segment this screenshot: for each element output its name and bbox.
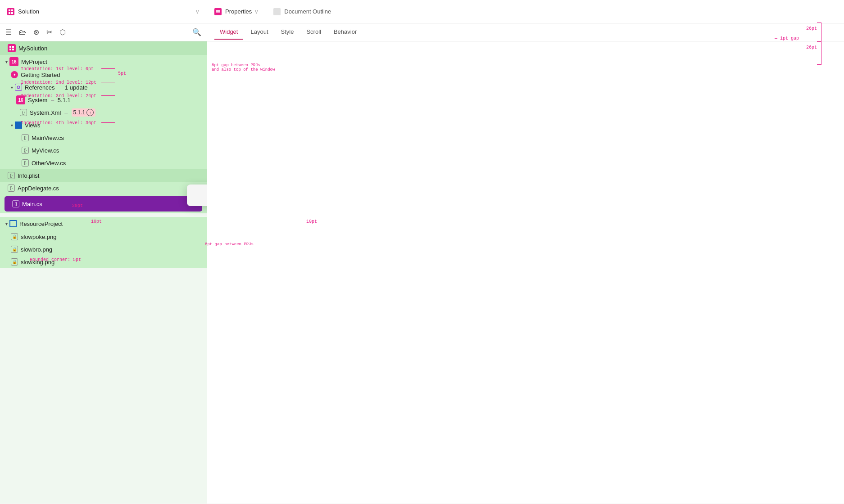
otherview-icon: {} [22,159,29,166]
version-highlight: 5.1.1 ↑ [72,108,96,117]
svg-rect-7 [9,46,11,48]
getting-started-item[interactable]: Getting Started [0,68,207,81]
package-icon[interactable]: ⬡ [59,28,66,36]
getting-started-icon [11,71,18,78]
project-label: MyProject [21,58,47,65]
system-item[interactable]: 16 System – 5.1.1 [0,94,207,106]
svg-rect-5 [216,11,220,12]
views-chevron: ▾ [11,123,13,128]
myview-item[interactable]: {} MyView.cs [0,144,207,157]
tab-scroll[interactable]: Scroll [301,25,327,40]
solution-panel-title: Solution [18,8,195,15]
myview-icon: {} [22,147,29,154]
svg-rect-6 [216,12,220,13]
otherview-item[interactable]: {} OtherView.cs [0,157,207,169]
system-badge: 16 [16,95,25,104]
mainview-item[interactable]: {} MainView.cs [0,131,207,144]
main-cs-icon: {} [12,200,19,207]
references-item[interactable]: ▾ References – 1 update [0,81,207,94]
references-label: References – 1 update [25,84,88,91]
solution-toolbar: ☰ 🗁 ⊗ ✂ ⬡ 🔍 [0,28,207,36]
tab-behavior[interactable]: Behavior [328,25,362,40]
version-badge: – 5.1.1 ↑ [63,108,95,117]
search-icon[interactable]: 🔍 [192,28,201,36]
tab-style[interactable]: Style [276,25,299,40]
mainview-icon: {} [22,134,29,141]
resource-project-label: ResourceProject [19,220,63,227]
otherview-label: OtherView.cs [32,160,66,166]
properties-panel-title: Properties [225,8,252,15]
app-delegate-icon: {} [8,184,15,192]
svg-rect-2 [9,12,10,14]
slowpoke-icon: 🔒 [11,233,18,240]
slowpoke-item[interactable]: 🔒 slowpoke.png [0,230,207,243]
project-header[interactable]: ▾ 16 MyProject [0,55,207,68]
views-item[interactable]: ▾ Views [0,119,207,131]
solution-row[interactable]: MySolution [0,41,207,55]
app-delegate-label: AppDelegate.cs [18,185,59,192]
info-plist-row[interactable]: {} Info.plist [0,169,207,182]
resource-chevron: ▾ [5,221,8,226]
tab-widget[interactable]: Widget [214,25,243,40]
version-number: 5.1.1 [73,109,86,116]
up-arrow-icon[interactable]: ↑ [86,109,94,116]
slowking-icon: 🔒 [11,258,18,266]
xml-icon: {} [20,109,27,116]
svg-rect-3 [11,12,13,14]
info-plist-icon: {} [8,172,15,179]
main-cs-label: Main.cs [22,201,42,207]
slowbro-item[interactable]: 🔒 slowbro.png [0,243,207,256]
toolbar: ☰ 🗁 ⊗ ✂ ⬡ 🔍 Widget Layout Style Scroll B… [0,23,844,41]
scissors-icon[interactable]: ✂ [46,28,52,36]
svg-rect-8 [12,46,14,48]
slowbro-label: slowbro.png [21,246,52,253]
svg-rect-0 [9,9,10,11]
system-xml-item[interactable]: {} System.Xml – 5.1.1 ↑ [0,106,207,119]
getting-started-label: Getting Started [21,72,60,78]
references-icon [15,84,22,91]
resource-section: ▾ ResourceProject 🔒 slowpoke.png 🔒 slowb… [0,217,207,268]
properties-toolbar: Widget Layout Style Scroll Behavior [207,25,844,40]
tab-layout[interactable]: Layout [245,25,273,40]
app-delegate-row[interactable]: {} AppDelegate.cs [0,182,207,194]
properties-panel-header: Properties ∨ Document Outline [207,0,844,23]
slowking-label: slowking.png [21,259,54,266]
list-icon[interactable]: ☰ [5,28,12,36]
share-icon[interactable]: ⊗ [33,28,39,36]
slowpoke-label: slowpoke.png [21,234,57,240]
references-chevron: ▾ [11,85,13,90]
views-label: Views [25,122,40,129]
slowking-item[interactable]: 🔒 slowking.png [0,256,207,268]
project-chevron: ▾ [5,59,8,64]
properties-panel-chevron[interactable]: ∨ [254,9,259,15]
tooltip-popup [187,184,207,206]
solution-icon [8,44,16,52]
svg-rect-10 [12,49,14,50]
doc-outline-header: Document Outline [273,8,331,15]
solution-panel-chevron[interactable]: ∨ [195,9,200,15]
resource-header[interactable]: ▾ ResourceProject [0,217,207,230]
properties-panel-icon [214,8,222,15]
mainview-label: MainView.cs [32,135,64,141]
properties-pane [207,41,844,504]
svg-point-11 [17,86,20,89]
info-plist-label: Info.plist [18,172,39,179]
system-xml-label: System.Xml [30,109,61,116]
views-folder-icon [15,122,22,129]
doc-outline-title: Document Outline [284,8,331,15]
project-section: ▾ 16 MyProject Getting Started ▾ Referen… [0,55,207,169]
solution-panel-header: Solution ∨ [0,0,207,23]
system-label: System – 5.1.1 [28,97,71,104]
solution-panel-icon [7,8,14,15]
doc-outline-icon [273,8,281,15]
main-cs-row[interactable]: {} Main.cs [5,196,202,212]
solution-pane: MySolution ▾ 16 MyProject Getting Starte… [0,41,207,504]
myview-label: MyView.cs [32,147,59,154]
svg-rect-1 [11,9,13,11]
main-content: MySolution ▾ 16 MyProject Getting Starte… [0,41,844,504]
slowbro-icon: 🔒 [11,246,18,253]
svg-rect-4 [216,10,220,10]
folder-icon[interactable]: 🗁 [19,28,26,36]
svg-rect-9 [9,49,11,50]
resource-folder-icon [9,220,17,227]
